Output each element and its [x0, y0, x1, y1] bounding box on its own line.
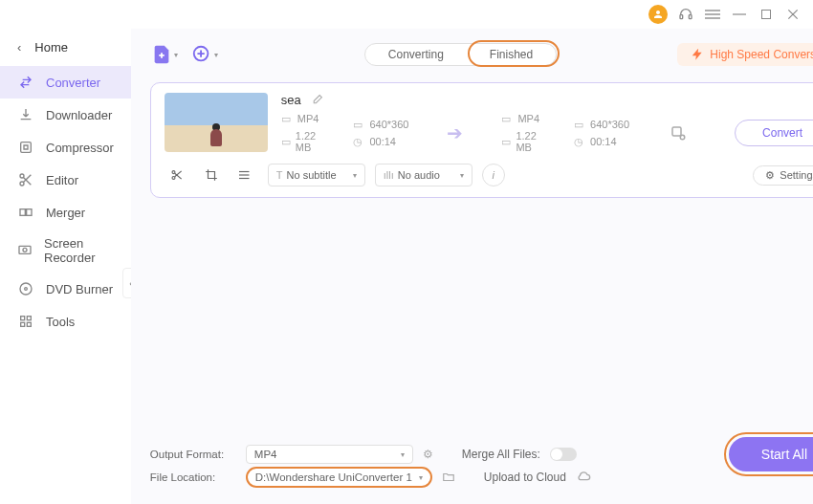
tab-converting[interactable]: Converting [365, 44, 467, 65]
audio-value: No audio [398, 169, 440, 181]
download-icon [17, 106, 34, 123]
dropdown-caret-icon: ▾ [174, 51, 178, 59]
crop-icon[interactable] [199, 163, 224, 187]
resolution-icon: ▭ [353, 119, 364, 130]
format-settings-icon[interactable]: ⚙ [423, 448, 433, 461]
subtitle-icon: T [276, 169, 283, 181]
output-format-select[interactable]: MP4 ▾ [246, 445, 413, 464]
resolution-icon: ▭ [574, 119, 585, 130]
sidebar-item-converter[interactable]: Converter [0, 66, 131, 99]
svg-point-17 [23, 248, 27, 252]
sidebar-item-compressor[interactable]: Compressor [0, 131, 131, 164]
sidebar-label: Editor [46, 173, 78, 187]
dropdown-caret-icon: ▾ [419, 473, 423, 482]
file-location-label: File Location: [150, 471, 236, 483]
avatar-icon[interactable] [648, 5, 668, 24]
gear-icon: ⚙ [765, 169, 775, 182]
tools-icon [17, 313, 34, 330]
sidebar-item-editor[interactable]: Editor [0, 164, 131, 196]
audio-icon: ıllı [384, 169, 394, 181]
tgt-format: MP4 [517, 113, 539, 124]
output-format-value: MP4 [254, 449, 277, 460]
settings-label: Settings [780, 169, 813, 181]
sidebar-item-downloader[interactable]: Downloader [0, 99, 131, 131]
svg-rect-15 [27, 209, 32, 216]
high-speed-button[interactable]: High Speed Conversion [677, 43, 813, 66]
file-icon: ▭ [501, 136, 511, 147]
list-icon[interactable] [233, 163, 258, 187]
svg-point-11 [20, 182, 24, 186]
headset-icon[interactable] [677, 6, 694, 23]
svg-rect-3 [705, 13, 720, 14]
svg-point-10 [20, 174, 24, 178]
sidebar-item-tools[interactable]: Tools [0, 305, 131, 338]
cloud-icon[interactable] [576, 470, 591, 485]
svg-point-19 [25, 288, 28, 291]
info-icon[interactable]: i [482, 164, 505, 186]
svg-rect-20 [21, 317, 25, 320]
dropdown-caret-icon: ▾ [401, 450, 405, 459]
dropdown-caret-icon: ▾ [460, 171, 464, 180]
home-nav[interactable]: ‹ Home [0, 34, 131, 60]
recorder-icon [17, 242, 33, 259]
maximize-icon[interactable] [758, 6, 775, 23]
src-format: MP4 [297, 113, 319, 124]
svg-rect-2 [705, 10, 720, 11]
file-location-select[interactable]: D:\Wondershare UniConverter 1 ▾ [246, 467, 432, 488]
item-settings-button[interactable]: ⚙ Settings [753, 165, 813, 186]
svg-rect-1 [689, 15, 692, 19]
clock-icon: ◷ [574, 136, 585, 147]
convert-button[interactable]: Convert [735, 120, 813, 146]
output-settings-icon[interactable] [670, 124, 687, 142]
home-label: Home [34, 40, 68, 55]
svg-rect-21 [27, 317, 31, 320]
svg-rect-33 [239, 178, 250, 179]
svg-rect-23 [27, 322, 31, 326]
subtitle-value: No subtitle [287, 169, 337, 181]
minimize-icon[interactable] [731, 6, 748, 23]
trim-icon[interactable] [165, 163, 189, 187]
svg-point-27 [172, 171, 175, 174]
file-icon: ▭ [281, 136, 291, 147]
svg-rect-16 [19, 246, 31, 253]
open-folder-icon[interactable] [442, 471, 455, 484]
merge-toggle[interactable] [550, 448, 577, 461]
tgt-res: 640*360 [590, 119, 629, 130]
titlebar [0, 0, 813, 29]
tgt-dur: 00:14 [590, 136, 617, 147]
close-icon[interactable] [784, 6, 802, 23]
sidebar-item-recorder[interactable]: Screen Recorder [0, 229, 131, 273]
hamburger-menu-icon[interactable] [704, 6, 721, 23]
video-icon: ▭ [281, 113, 293, 124]
svg-rect-9 [21, 142, 32, 153]
status-tabs: Converting Finished [364, 43, 557, 66]
converter-icon [17, 74, 34, 91]
sidebar: ‹ Home Converter Downloader Compressor E… [0, 29, 131, 504]
audio-select[interactable]: ıllıNo audio ▾ [375, 164, 472, 186]
dropdown-caret-icon: ▾ [214, 51, 218, 59]
svg-rect-22 [21, 322, 25, 326]
add-file-button[interactable]: ▾ [150, 40, 179, 69]
sidebar-label: Tools [46, 315, 75, 329]
sidebar-label: Screen Recorder [44, 236, 114, 265]
svg-rect-4 [705, 17, 720, 18]
tab-finished[interactable]: Finished [467, 44, 556, 65]
sidebar-label: Converter [46, 76, 100, 90]
svg-rect-6 [762, 11, 771, 19]
subtitle-select[interactable]: TNo subtitle ▾ [268, 164, 365, 186]
high-speed-label: High Speed Conversion [710, 48, 813, 61]
svg-rect-32 [239, 174, 250, 175]
add-folder-button[interactable]: ▾ [190, 40, 219, 69]
sidebar-label: DVD Burner [46, 282, 113, 296]
toolbar: ▾ ▾ Converting Finished High Speed Conve… [150, 29, 813, 80]
merger-icon [17, 204, 34, 221]
scissors-icon [17, 171, 34, 188]
tgt-size: 1.22 MB [516, 130, 539, 153]
sidebar-item-merger[interactable]: Merger [0, 196, 131, 229]
compressor-icon [17, 139, 34, 156]
start-all-button[interactable]: Start All [729, 437, 813, 471]
svg-point-26 [680, 135, 685, 140]
video-thumbnail[interactable] [165, 93, 268, 152]
sidebar-item-dvd[interactable]: DVD Burner [0, 273, 131, 305]
edit-title-icon[interactable] [311, 94, 323, 106]
